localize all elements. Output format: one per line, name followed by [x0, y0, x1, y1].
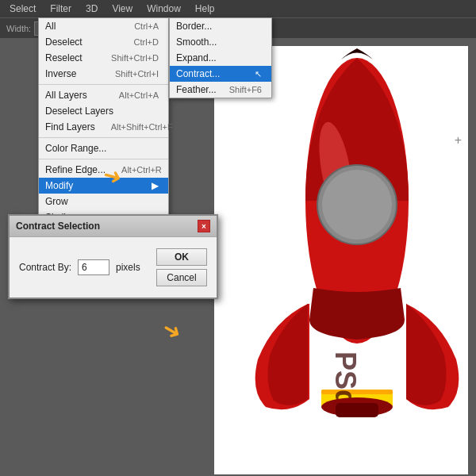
contract-dialog: Contract Selection × Contract By: pixels… [8, 214, 218, 299]
menu-select[interactable]: Select [3, 2, 42, 16]
menu-deselect[interactable]: Deselect Ctrl+D [39, 34, 168, 50]
submenu-border[interactable]: Border... [170, 18, 271, 34]
menu-deselect-layers[interactable]: Deselect Layers [39, 103, 168, 119]
select-menu: All Ctrl+A Deselect Ctrl+D Reselect Shif… [38, 17, 169, 248]
separator-1 [39, 84, 168, 85]
contract-label: Contract By: [19, 262, 71, 273]
modify-submenu: Border... Smooth... Expand... Contract..… [169, 17, 272, 98]
menubar: Select Filter 3D View Window Help [0, 0, 476, 17]
contract-value-input[interactable] [78, 259, 109, 275]
plus-sign: + [455, 133, 462, 148]
menu-all-layers[interactable]: All Layers Alt+Ctrl+A [39, 87, 168, 103]
menu-view[interactable]: View [106, 2, 139, 16]
menu-grow[interactable]: Grow [39, 194, 168, 209]
submenu-feather[interactable]: Feather... Shift+F6 [170, 82, 271, 98]
dialog-close-button[interactable]: × [198, 220, 210, 232]
submenu-smooth[interactable]: Smooth... [170, 34, 271, 50]
submenu-contract[interactable]: Contract... ↖ [170, 66, 271, 82]
width-label: Width: [6, 24, 31, 33]
rocket-image: PSd [218, 42, 464, 473]
menu-help[interactable]: Help [189, 2, 221, 16]
menu-reselect[interactable]: Reselect Shift+Ctrl+D [39, 50, 168, 66]
menu-color-range[interactable]: Color Range... [39, 140, 168, 156]
menu-window[interactable]: Window [140, 2, 187, 16]
menu-find-layers[interactable]: Find Layers Alt+Shift+Ctrl+F [39, 119, 168, 135]
menu-3d[interactable]: 3D [79, 2, 104, 16]
submenu-expand[interactable]: Expand... [170, 50, 271, 66]
menu-filter[interactable]: Filter [44, 2, 78, 16]
dialog-body: Contract By: pixels OK Cancel [10, 237, 217, 298]
separator-3 [39, 159, 168, 159]
menu-inverse[interactable]: Inverse Shift+Ctrl+I [39, 66, 168, 82]
menu-all[interactable]: All Ctrl+A [39, 18, 168, 34]
svg-point-3 [322, 170, 392, 240]
ok-button[interactable]: OK [156, 248, 207, 266]
dialog-title-bar: Contract Selection × [10, 216, 217, 237]
separator-2 [39, 137, 168, 138]
cancel-button[interactable]: Cancel [156, 269, 207, 286]
dialog-title-text: Contract Selection [16, 221, 100, 232]
pixels-label: pixels [116, 262, 140, 273]
svg-rect-8 [336, 403, 378, 417]
dialog-button-group: OK Cancel [156, 248, 207, 286]
